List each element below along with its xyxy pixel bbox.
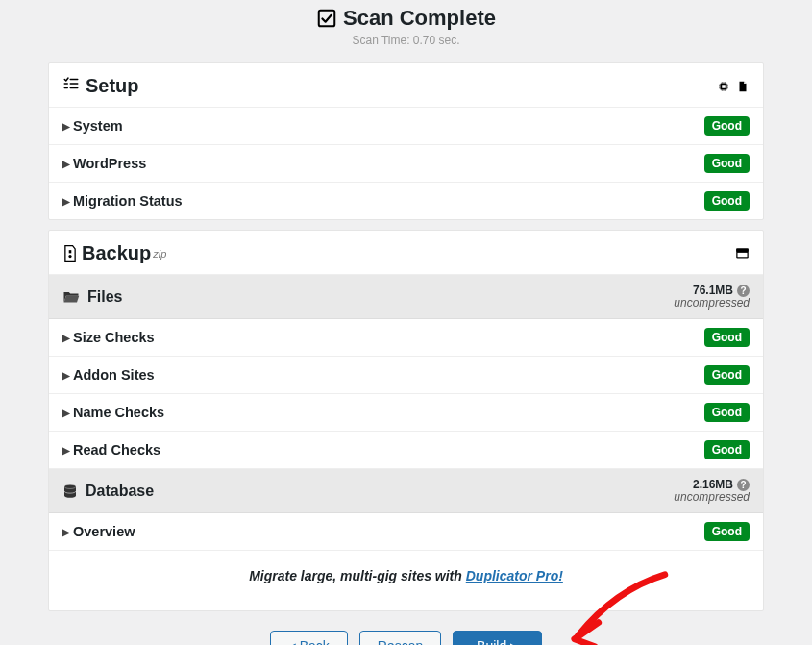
row-read-checks[interactable]: ▶ Read Checks Good [49,432,763,469]
caret-right-icon: ▶ [62,527,70,537]
status-badge: Good [704,191,750,211]
setup-panel: Setup ▶ System Good ▶ WordPress Good ▶ M… [48,62,764,220]
row-addon-sites[interactable]: ▶ Addon Sites Good [49,357,763,394]
setup-header-icons [717,80,750,93]
scan-header: Scan Complete Scan Time: 0.70 sec. [6,0,806,53]
archive-file-icon [62,245,78,262]
window-icon[interactable] [735,247,750,260]
row-wordpress[interactable]: ▶ WordPress Good [49,145,763,183]
rescan-button[interactable]: Rescan [359,631,441,645]
status-badge: Good [704,328,750,347]
status-badge: Good [704,403,750,422]
row-size-checks[interactable]: ▶ Size Checks Good [49,319,763,357]
footer-actions: ◀ Back Rescan Build ▶ [6,631,806,645]
build-button[interactable]: Build ▶ [453,631,542,645]
promo-text: Migrate large, multi-gig sites with Dupl… [49,551,763,610]
checkbox-icon [316,8,337,29]
database-icon [62,484,78,499]
svg-rect-24 [738,253,748,257]
database-title: Database [86,483,154,500]
scan-title: Scan Complete [316,6,496,31]
files-meta: 76.1MB? uncompressed [674,284,750,310]
svg-rect-20 [69,250,72,253]
status-badge: Good [704,440,750,459]
back-button[interactable]: ◀ Back [270,631,348,645]
help-icon[interactable]: ? [737,479,750,491]
status-badge: Good [704,365,750,385]
status-badge: Good [704,116,750,136]
files-title: Files [87,288,122,306]
database-subheader: Database 2.16MB? uncompressed [49,469,763,513]
caret-right-icon: ▶ [62,370,70,381]
files-subheader: Files 76.1MB? uncompressed [49,275,763,319]
svg-rect-7 [722,85,726,88]
caret-right-icon: ▶ [62,196,70,207]
help-icon[interactable]: ? [737,285,750,297]
row-overview[interactable]: ▶ Overview Good [49,513,763,551]
svg-point-21 [68,254,71,257]
status-badge: Good [704,154,750,173]
svg-rect-23 [736,249,749,252]
database-meta: 2.16MB? uncompressed [674,478,750,504]
checklist-icon [62,75,80,92]
svg-rect-0 [319,11,335,27]
scan-time: Scan Time: 0.70 sec. [6,34,806,47]
status-badge: Good [704,522,750,541]
row-system[interactable]: ▶ System Good [49,108,763,145]
caret-right-icon: ▶ [62,333,70,343]
scan-title-text: Scan Complete [343,6,496,31]
row-name-checks[interactable]: ▶ Name Checks Good [49,394,763,432]
setup-title: Setup [86,75,139,97]
file-icon[interactable] [736,80,750,93]
backup-panel: Backup zip Files 76.1MB? uncompressed ▶ … [48,230,764,611]
folder-open-icon [62,289,80,304]
caret-right-icon: ▶ [62,408,70,418]
setup-header: Setup [49,63,763,108]
row-migration-status[interactable]: ▶ Migration Status Good [49,183,763,219]
backup-header: Backup zip [49,231,763,275]
caret-right-icon: ▶ [62,445,70,456]
caret-right-icon: ▶ [62,159,70,169]
backup-format: zip [153,248,166,260]
duplicator-pro-link[interactable]: Duplicator Pro! [466,568,563,583]
backup-title: Backup [82,242,151,264]
chip-icon[interactable] [717,80,730,93]
caret-right-icon: ▶ [62,121,70,132]
